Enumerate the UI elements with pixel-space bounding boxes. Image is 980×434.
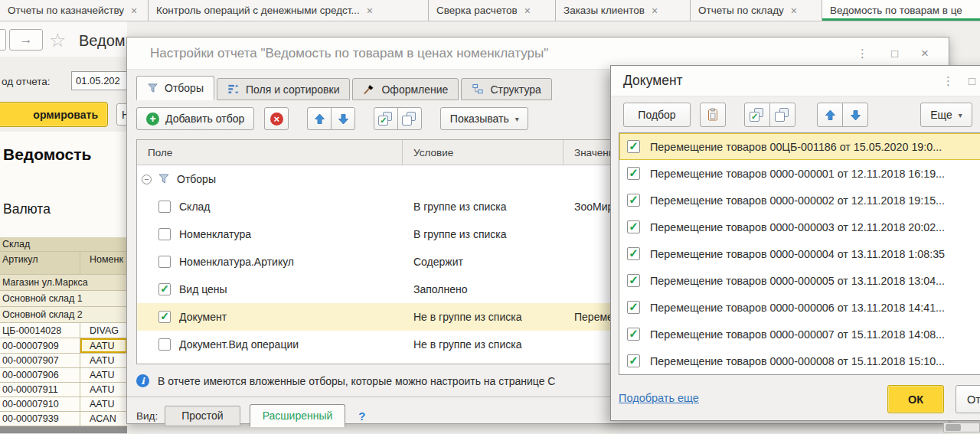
close-icon[interactable]: × — [524, 5, 531, 17]
check-all-button[interactable]: ✓ — [744, 103, 770, 127]
period-label: од отчета: — [2, 76, 51, 87]
tab-reconciliation[interactable]: Сверка расчетов × — [429, 0, 556, 21]
cell-nomenclature-selected[interactable]: AATU — [80, 338, 127, 353]
checkbox-checked[interactable] — [627, 274, 640, 287]
maximize-icon[interactable]: □ — [891, 47, 898, 60]
table-row-warehouse-group[interactable]: Основной склад 2 — [0, 307, 127, 323]
view-advanced-button-selected[interactable]: Расширенный — [250, 404, 346, 427]
table-row[interactable]: 00-00007939 ACAN — [0, 412, 127, 426]
tab-goods-statement-active[interactable]: Ведомость по товарам в це — [822, 0, 980, 21]
table-row[interactable]: 00-00007909 AATU — [0, 338, 127, 354]
show-menu-button[interactable]: Показывать ▾ — [440, 107, 528, 130]
table-row[interactable]: ЦБ-00014028 DIVAG — [0, 323, 127, 338]
forward-button[interactable]: → — [9, 29, 43, 51]
column-header-condition[interactable]: Условие — [403, 140, 564, 165]
document-item[interactable]: Перемещение товаров 0000-000002 от 12.11… — [619, 187, 980, 214]
favorite-star-icon[interactable]: ☆ — [49, 29, 66, 51]
close-icon[interactable]: × — [652, 5, 658, 17]
funnel-icon — [158, 173, 170, 185]
uncheck-all-button[interactable] — [769, 103, 795, 127]
tab-customer-orders[interactable]: Заказы клиентов × — [556, 0, 691, 21]
checkbox-unchecked[interactable] — [158, 228, 171, 240]
close-icon[interactable]: × — [791, 5, 797, 17]
checkbox-checked[interactable] — [158, 283, 171, 295]
paste-clipboard-button[interactable] — [700, 103, 726, 127]
button-label: Добавить отбор — [165, 113, 244, 125]
move-up-button[interactable] — [307, 107, 332, 130]
tab-cash-control[interactable]: Контроль операций с денежными средст... … — [149, 0, 429, 21]
table-row[interactable]: 00-00007910 AATU — [0, 397, 127, 412]
condition-value: Заполнено — [403, 283, 564, 295]
generate-report-button[interactable]: ормировать — [0, 102, 108, 127]
scrollbar-thumb[interactable] — [946, 424, 961, 431]
pick-more-link[interactable]: Подобрать еще — [619, 392, 699, 404]
table-row[interactable]: 00-00007907 AATU — [0, 354, 127, 368]
ok-button[interactable]: ОК — [887, 385, 944, 413]
kebab-menu-icon[interactable]: ⋮ — [942, 74, 954, 88]
checkbox-checked[interactable] — [627, 194, 640, 207]
move-up-button[interactable] — [817, 103, 843, 127]
table-row[interactable]: 00-00007906 AATU — [0, 368, 127, 383]
app-screen: Отчеты по казначейству × Контроль операц… — [0, 0, 980, 434]
back-button-fragment[interactable] — [0, 29, 6, 51]
cell-nomenclature: AATU — [80, 368, 127, 382]
document-item[interactable]: Перемещение товаров 0000-000001 от 12.11… — [619, 160, 980, 187]
cell-article: 00-00007906 — [0, 368, 80, 382]
tab-warehouse-reports[interactable]: Отчеты по складу × — [691, 0, 822, 21]
checkbox-unchecked[interactable] — [158, 256, 171, 268]
maximize-icon[interactable]: □ — [969, 74, 975, 87]
help-link[interactable]: ? — [358, 410, 365, 423]
more-menu-button[interactable]: Еще ▾ — [920, 103, 972, 127]
checkbox-checked[interactable] — [627, 354, 640, 367]
view-simple-button[interactable]: Простой — [165, 406, 240, 426]
tab-treasury-reports[interactable]: Отчеты по казначейству × — [0, 0, 149, 21]
column-header-field[interactable]: Поле — [137, 140, 403, 165]
document-label: Перемещение товаров 0000-000004 от 13.11… — [650, 248, 945, 260]
checkbox-unchecked[interactable] — [158, 338, 171, 351]
uncheck-all-icon — [402, 112, 417, 126]
pick-button[interactable]: Подбор — [623, 103, 691, 127]
group-cell: Основной склад 2 — [0, 307, 127, 322]
table-row-warehouse-group[interactable]: Основной склад 1 — [0, 291, 127, 307]
tab-filters[interactable]: Отборы — [136, 76, 214, 100]
uncheck-all-button[interactable] — [397, 107, 422, 130]
tab-appearance[interactable]: Оформление — [352, 78, 459, 100]
table-row[interactable]: 00-00007911 AATU — [0, 383, 127, 397]
period-date-field[interactable]: 01.05.202 — [71, 71, 127, 90]
move-buttons-group — [817, 103, 868, 127]
close-icon[interactable]: × — [921, 46, 929, 61]
add-filter-button[interactable]: + Добавить отбор — [136, 107, 254, 130]
document-item[interactable]: Перемещение товаров 0000-000007 от 15.11… — [619, 321, 980, 348]
cancel-button[interactable]: Отмена — [956, 385, 980, 413]
checkbox-unchecked[interactable] — [158, 201, 171, 213]
checkbox-checked[interactable] — [158, 311, 171, 323]
document-item[interactable]: Перемещение товаров 0000-000006 от 13.11… — [619, 294, 980, 321]
close-icon[interactable]: × — [131, 5, 137, 17]
move-down-button[interactable] — [842, 103, 868, 127]
document-item[interactable]: Перемещение товаров 0000-000003 от 12.11… — [619, 214, 980, 240]
move-down-button[interactable] — [331, 107, 355, 130]
document-item-current[interactable]: Перемещение товаров 00ЦБ-001186 от 15.05… — [619, 133, 980, 160]
checkbox-checked[interactable] — [627, 167, 640, 180]
checkbox-checked[interactable] — [627, 140, 640, 153]
tab-label: Отчеты по казначейству — [8, 5, 124, 16]
checkbox-checked[interactable] — [627, 301, 640, 314]
checkbox-checked[interactable] — [627, 328, 640, 341]
close-icon[interactable]: × — [367, 5, 373, 17]
delete-filter-button[interactable]: × — [264, 107, 289, 130]
horizontal-scrollbar[interactable] — [0, 426, 127, 433]
document-item[interactable]: Перемещение товаров 0000-000004 от 13.11… — [619, 240, 980, 267]
scrollbar-fragment[interactable] — [943, 423, 980, 432]
kebab-menu-icon[interactable]: ⋮ — [857, 47, 868, 60]
collapse-icon[interactable]: − — [142, 175, 152, 184]
tab-structure[interactable]: Структура — [461, 78, 551, 100]
check-all-button[interactable]: ✓ — [374, 107, 398, 130]
checkbox-checked[interactable] — [627, 220, 640, 233]
table-row-warehouse-group[interactable]: Магазин ул.Маркса — [0, 275, 127, 291]
document-item[interactable]: Перемещение товаров 0000-000008 от 15.11… — [619, 348, 980, 374]
tab-fields-sorting[interactable]: Поля и сортировки — [217, 78, 351, 100]
group-label: Отборы — [177, 173, 216, 185]
tab-label: Структура — [490, 83, 541, 96]
checkbox-checked[interactable] — [627, 247, 640, 260]
document-item[interactable]: Перемещение товаров 0000-000005 от 13.11… — [619, 267, 980, 294]
